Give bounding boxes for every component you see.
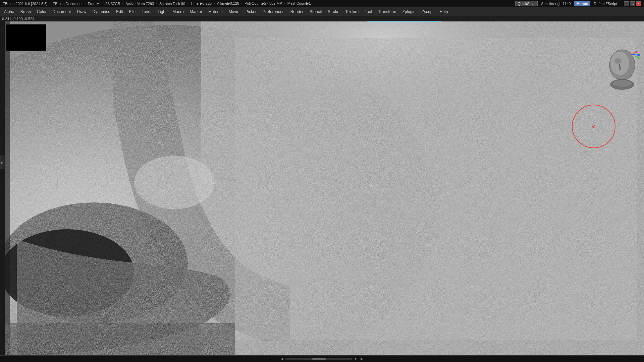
scroll-right-button[interactable]: ▶: [359, 357, 365, 361]
menu-item-transform[interactable]: Transform: [375, 9, 399, 15]
menu-bar: AlphaBrushColorDocumentDrawDynamicsEditF…: [0, 7, 644, 16]
svg-point-16: [614, 58, 621, 64]
menu-item-movie[interactable]: Movie: [226, 9, 242, 15]
title-separator4: •: [156, 2, 157, 6]
menu-item-zscript[interactable]: Zscript: [419, 9, 436, 15]
menu-item-brush[interactable]: Brush: [18, 9, 34, 15]
svg-point-15: [610, 52, 629, 75]
title-separator3: •: [122, 2, 123, 6]
menu-item-macro[interactable]: Macro: [170, 9, 186, 15]
title-bar: ZBrush 2021.6.6 [2021.6.6] • ZBrush Docu…: [0, 0, 644, 7]
menu-item-file[interactable]: File: [126, 9, 138, 15]
close-button[interactable]: ✕: [636, 1, 641, 6]
title-separator2: •: [85, 2, 86, 6]
title-separator7: •: [241, 2, 243, 6]
svg-point-19: [613, 80, 632, 87]
menu-item-texture[interactable]: Texture: [343, 9, 361, 15]
poly-count: PolyCount▶27.852 MP: [245, 1, 282, 6]
coordinate-value: 0.241,-0.109,-0.524: [2, 17, 34, 21]
title-separator1: •: [49, 2, 51, 6]
menu-item-tool[interactable]: Tool: [362, 9, 375, 15]
menu-item-dynamics[interactable]: Dynamics: [90, 9, 113, 15]
window-controls: ─ □ ✕: [624, 1, 641, 6]
mesh-count: MeshCount▶1: [287, 1, 311, 6]
scratch-disk: Scratch Disk 80: [159, 2, 185, 6]
svg-point-25: [637, 54, 640, 56]
3d-navigator[interactable]: [604, 48, 637, 88]
title-separator5: •: [187, 2, 189, 6]
svg-text:▶: ▶: [1, 161, 4, 164]
defaultzscript-label: DefaultZScript: [594, 2, 617, 6]
title-separator8: •: [284, 2, 285, 6]
seethrough-label: See-through 1140: [541, 2, 571, 6]
menu-item-stencil[interactable]: Stencil: [307, 9, 324, 15]
menu-item-render[interactable]: Render: [288, 9, 306, 15]
active-mem: Active Mem 7293: [125, 2, 154, 6]
scroll-left-button[interactable]: ◀: [279, 357, 285, 361]
atime: ATime▶0.128: [217, 1, 239, 6]
app-name: ZBrush 2021.6.6 [2021.6.6]: [3, 2, 47, 6]
title-left: ZBrush 2021.6.6 [2021.6.6] • ZBrush Docu…: [3, 1, 311, 6]
quicksave-button[interactable]: QuickSave: [515, 1, 538, 6]
menu-item-zplugin[interactable]: Zplugin: [399, 9, 418, 15]
free-mem: Free Mem 16.37GB: [88, 2, 120, 6]
svg-line-24: [632, 54, 637, 55]
menu-item-alpha[interactable]: Alpha: [1, 9, 17, 15]
svg-rect-8: [0, 21, 644, 355]
title-separator6: •: [214, 2, 215, 6]
sculpt-viewport[interactable]: ▶: [0, 21, 644, 355]
svg-rect-11: [0, 21, 5, 355]
scroll-center-button[interactable]: ▼: [353, 357, 359, 361]
menu-item-document[interactable]: Document: [50, 9, 74, 15]
menu-item-draw[interactable]: Draw: [74, 9, 89, 15]
navigator-svg: [604, 48, 641, 92]
menu-item-stroke[interactable]: Stroke: [325, 9, 342, 15]
menu-item-picker[interactable]: Picker: [243, 9, 259, 15]
menu-item-color[interactable]: Color: [34, 9, 49, 15]
menu-item-edit[interactable]: Edit: [113, 9, 126, 15]
menu-item-light[interactable]: Light: [155, 9, 169, 15]
menu-item-help[interactable]: Help: [437, 9, 451, 15]
minimize-button[interactable]: ─: [624, 1, 629, 6]
svg-rect-10: [0, 323, 235, 355]
menu-item-material[interactable]: Material: [206, 9, 225, 15]
maximize-button[interactable]: □: [630, 1, 635, 6]
doc-label: ZBrush Document: [53, 2, 83, 6]
menu-item-preferences[interactable]: Preferences: [260, 9, 287, 15]
title-right: QuickSave See-through 1140 Menus Default…: [515, 1, 641, 6]
timer: Timer▶0.225: [191, 1, 212, 6]
scroll-track[interactable]: [285, 358, 353, 360]
status-bar: ◀ ▼ ▶: [0, 355, 644, 362]
canvas-area[interactable]: ▶: [0, 21, 644, 355]
menus-button[interactable]: Menus: [574, 1, 590, 6]
menu-item-layer[interactable]: Layer: [139, 9, 154, 15]
menu-item-marker[interactable]: Marker: [187, 9, 205, 15]
thumbnail-preview[interactable]: [6, 24, 46, 51]
scroll-thumb[interactable]: [312, 358, 326, 360]
